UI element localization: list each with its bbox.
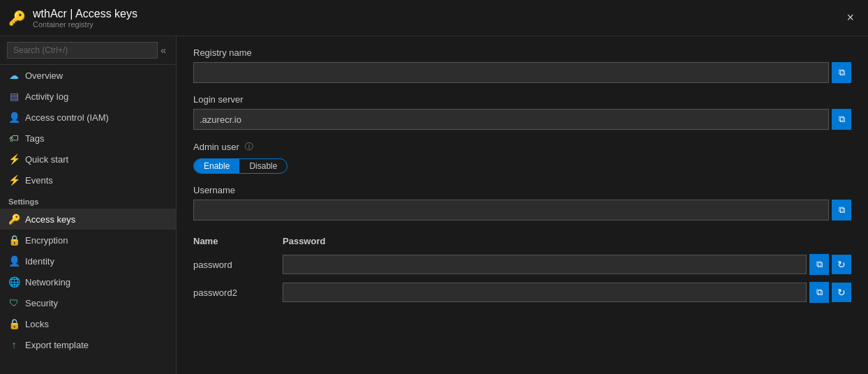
registry-name-label: Registry name [193, 47, 851, 58]
activity-log-icon: ▤ [8, 91, 20, 102]
info-icon: ⓘ [245, 141, 253, 153]
sidebar-item-identity[interactable]: 👤 Identity [0, 250, 176, 271]
username-copy-button[interactable]: ⧉ [832, 200, 851, 220]
admin-user-group: Admin user ⓘ Enable Disable [193, 141, 851, 174]
key-icon: 🔑 [8, 10, 26, 27]
title-text: wthAcr | Access keys Container registry [33, 8, 137, 29]
search-row: « [7, 42, 169, 59]
sidebar-item-label: Events [25, 175, 53, 186]
sidebar-item-quick-start[interactable]: ⚡ Quick start [0, 149, 176, 170]
sidebar-item-label: Tags [25, 133, 44, 144]
login-server-group: Login server ⧉ [193, 94, 851, 130]
registry-name-group: Registry name ⧉ [193, 47, 851, 83]
sidebar-item-label: Locks [25, 319, 49, 329]
copy-icon: ⧉ [839, 67, 845, 78]
search-input[interactable] [7, 42, 158, 59]
iam-icon: 👤 [8, 112, 20, 123]
passwords-table: Name Password password ⧉ ↻ password2 [193, 232, 851, 306]
sidebar-item-label: Access keys [25, 214, 75, 225]
tag-icon: 🏷 [8, 133, 20, 144]
main-layout: « ☁ Overview ▤ Activity log 👤 Access con… [0, 36, 868, 374]
encryption-icon: 🔒 [8, 234, 20, 246]
sidebar-item-locks[interactable]: 🔒 Locks [0, 313, 176, 334]
sidebar-item-label: Networking [25, 277, 70, 287]
username-row: ⧉ [193, 200, 851, 220]
page-subtitle: Container registry [33, 20, 137, 29]
page-title: wthAcr | Access keys [33, 8, 137, 20]
sidebar-item-encryption[interactable]: 🔒 Encryption [0, 230, 176, 250]
login-server-input[interactable] [193, 109, 829, 130]
title-bar: 🔑 wthAcr | Access keys Container registr… [0, 0, 868, 36]
copy-icon: ⧉ [816, 287, 823, 298]
sidebar-item-label: Activity log [25, 91, 68, 102]
identity-icon: 👤 [8, 255, 20, 267]
sidebar-item-events[interactable]: ⚡ Events [0, 170, 176, 190]
title-left: 🔑 wthAcr | Access keys Container registr… [8, 8, 137, 29]
table-header: Name Password [193, 232, 851, 250]
sidebar-item-label: Identity [25, 256, 54, 267]
password1-copy-button[interactable]: ⧉ [809, 254, 829, 275]
sidebar-item-overview[interactable]: ☁ Overview [0, 65, 176, 86]
admin-user-label: Admin user [193, 142, 239, 152]
sidebar-item-networking[interactable]: 🌐 Networking [0, 271, 176, 292]
sidebar-item-export-template[interactable]: ↑ Export template [0, 334, 176, 355]
keys-icon: 🔑 [8, 214, 20, 225]
password1-regenerate-button[interactable]: ↻ [832, 255, 851, 274]
content-area: Registry name ⧉ Login server ⧉ Admin use… [177, 36, 868, 374]
regen-icon: ↻ [837, 259, 846, 270]
disable-button[interactable]: Disable [239, 159, 287, 173]
sidebar: « ☁ Overview ▤ Activity log 👤 Access con… [0, 36, 177, 374]
sidebar-item-access-keys[interactable]: 🔑 Access keys [0, 209, 176, 230]
name-column-header: Name [193, 236, 277, 246]
close-button[interactable]: × [841, 8, 860, 28]
login-server-row: ⧉ [193, 109, 851, 130]
regen-icon: ↻ [837, 287, 846, 298]
sidebar-item-label: Export template [25, 340, 89, 350]
admin-user-row: Admin user ⓘ [193, 141, 851, 153]
password2-row-label: password2 [193, 287, 277, 298]
copy-icon: ⧉ [816, 259, 823, 270]
password1-input[interactable] [283, 255, 807, 274]
sidebar-item-label: Encryption [25, 235, 68, 246]
password-column-header: Password [283, 236, 851, 246]
sidebar-item-tags[interactable]: 🏷 Tags [0, 128, 176, 149]
network-icon: 🌐 [8, 276, 20, 287]
table-row: password2 ⧉ ↻ [193, 278, 851, 306]
password2-row-right: ⧉ ↻ [283, 282, 851, 303]
copy-icon: ⧉ [839, 114, 845, 125]
username-label: Username [193, 185, 851, 195]
sidebar-item-access-control[interactable]: 👤 Access control (IAM) [0, 107, 176, 128]
username-input[interactable] [193, 200, 829, 220]
sidebar-item-label: Access control (IAM) [25, 112, 109, 123]
registry-name-row: ⧉ [193, 62, 851, 83]
events-icon: ⚡ [8, 174, 20, 186]
settings-section-label: Settings [0, 190, 176, 209]
copy-icon: ⧉ [839, 204, 845, 216]
sidebar-item-label: Security [25, 298, 58, 308]
admin-user-toggle: Enable Disable [193, 158, 287, 174]
password2-regenerate-button[interactable]: ↻ [832, 283, 851, 302]
registry-name-copy-button[interactable]: ⧉ [832, 62, 851, 83]
collapse-button[interactable]: « [158, 45, 169, 56]
quick-start-icon: ⚡ [8, 154, 20, 165]
enable-button[interactable]: Enable [194, 159, 239, 173]
locks-icon: 🔒 [8, 318, 20, 329]
username-group: Username ⧉ [193, 185, 851, 220]
export-icon: ↑ [8, 339, 20, 350]
password2-copy-button[interactable]: ⧉ [809, 282, 829, 303]
sidebar-item-label: Quick start [25, 154, 68, 165]
sidebar-item-security[interactable]: 🛡 Security [0, 292, 176, 313]
search-bar: « [0, 36, 176, 65]
sidebar-item-activity-log[interactable]: ▤ Activity log [0, 86, 176, 107]
sidebar-item-label: Overview [25, 70, 63, 81]
table-row: password ⧉ ↻ [193, 250, 851, 278]
security-icon: 🛡 [8, 297, 20, 308]
login-server-copy-button[interactable]: ⧉ [832, 109, 851, 130]
password-row-right: ⧉ ↻ [283, 254, 851, 275]
registry-name-input[interactable] [193, 62, 829, 83]
cloud-icon: ☁ [8, 70, 20, 81]
login-server-label: Login server [193, 94, 851, 105]
password2-input[interactable] [283, 283, 807, 302]
password-row-label: password [193, 260, 277, 270]
